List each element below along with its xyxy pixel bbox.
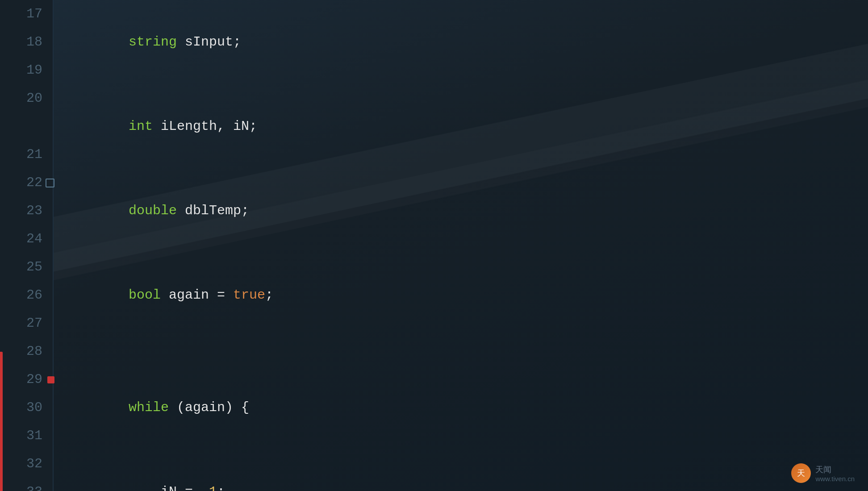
token-string-type: string: [129, 34, 177, 50]
watermark-avatar: 天: [791, 463, 811, 483]
line-21: 21: [0, 141, 45, 169]
line-25: 25: [0, 253, 45, 281]
token-plain: (again) {: [169, 400, 249, 415]
token-plain: iN =: [129, 484, 201, 491]
line-33: 33: [0, 478, 45, 491]
line-number-gutter: 17 18 19 20 21 22 23 24 25 26 27 28 29 3…: [0, 0, 54, 491]
watermark-url: www.tiven.cn: [815, 475, 855, 483]
gutter-red-bar: [0, 352, 3, 491]
token-double-type: double: [129, 203, 177, 218]
code-line-blank: [80, 337, 868, 366]
line-19: 19: [0, 56, 45, 84]
token-while: while: [129, 400, 169, 415]
token-semi: ;: [217, 484, 225, 491]
watermark: 天 天闻 www.tiven.cn: [791, 463, 855, 483]
token-int-type: int: [129, 119, 153, 134]
token-plain: iLength, iN;: [153, 119, 257, 134]
token-neg1: -1: [201, 484, 217, 491]
watermark-label: 天闻: [815, 464, 855, 475]
token-plain: dblTemp;: [177, 203, 249, 218]
line-27: 27: [0, 309, 45, 337]
token-plain: again =: [161, 287, 233, 303]
token-plain: sInput;: [177, 34, 241, 50]
line-20: 20: [0, 84, 45, 112]
line-22: 22: [0, 169, 45, 197]
code-line-18: int iLength, iN;: [80, 84, 868, 169]
code-editor: 17 18 19 20 21 22 23 24 25 26 27 28 29 3…: [0, 0, 868, 491]
line-23: 23: [0, 197, 45, 225]
line-18: 18: [0, 28, 45, 56]
code-line-21: while (again) {: [80, 366, 868, 450]
line-28: 28: [0, 337, 45, 366]
line-26: 26: [0, 281, 45, 309]
code-content: string sInput; int iLength, iN; double d…: [54, 0, 868, 491]
line-blank1: [0, 112, 45, 141]
code-line-17: string sInput;: [80, 0, 868, 84]
token-true: true: [233, 287, 265, 303]
line-31: 31: [0, 422, 45, 450]
code-line-20: bool again = true;: [80, 253, 868, 337]
watermark-text-group: 天闻 www.tiven.cn: [815, 464, 855, 483]
code-line-22: iN = -1;: [80, 450, 868, 491]
line-29: 29: [0, 366, 45, 394]
token-bool-type: bool: [129, 287, 161, 303]
token-semi: ;: [265, 287, 273, 303]
line-32: 32: [0, 450, 45, 478]
line-17: 17: [0, 0, 45, 28]
line-24: 24: [0, 225, 45, 253]
line-30: 30: [0, 394, 45, 422]
code-line-19: double dblTemp;: [80, 169, 868, 253]
